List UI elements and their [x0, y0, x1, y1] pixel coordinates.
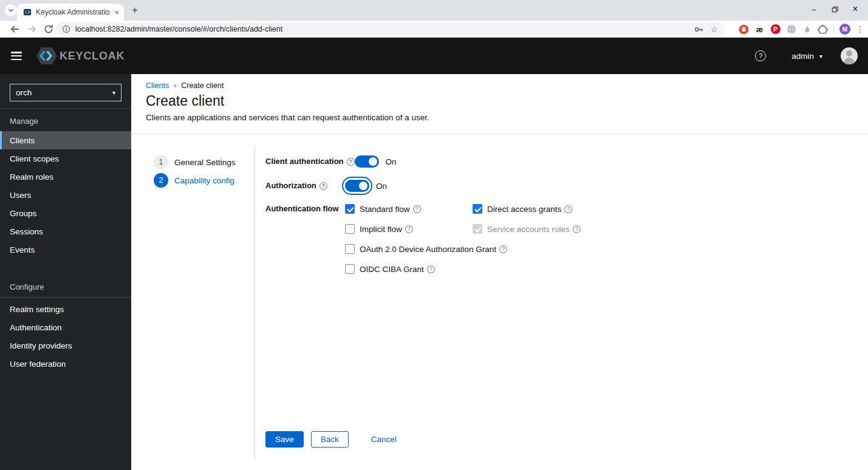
nav-toggle-hamburger-icon[interactable]	[11, 52, 22, 60]
checkbox-implicit-flow[interactable]: Implicit flow?	[345, 223, 473, 235]
checkbox-oauth-2-0-device-authorization-grant[interactable]: OAuth 2.0 Device Authorization Grant?	[345, 243, 581, 255]
page-title: Create client	[146, 93, 224, 109]
realm-name: orch	[16, 88, 112, 97]
forward-icon[interactable]	[27, 24, 38, 35]
browser-toolbar: localhost:8282/admin/master/console/#/or…	[0, 21, 868, 38]
user-menu[interactable]: admin ▾	[791, 52, 822, 61]
authentication-flow-label: Authentication flow	[265, 203, 345, 215]
client-authentication-row: Client authentication ? On	[265, 154, 654, 169]
checkbox-label: Implicit flow	[360, 225, 402, 234]
checkbox-direct-access-grants[interactable]: Direct access grants?	[473, 203, 581, 215]
checkbox-box	[473, 224, 482, 234]
keycloak-logo-icon	[35, 46, 58, 66]
realm-selector[interactable]: orch ▾	[10, 84, 121, 101]
new-tab-button[interactable]: +	[129, 4, 141, 16]
avatar[interactable]	[841, 47, 858, 64]
browser-tab[interactable]: Keycloak Administration Console ×	[17, 4, 124, 21]
tab-close-icon[interactable]: ×	[114, 9, 119, 16]
browser-menu-icon[interactable]: ⋮	[856, 24, 864, 34]
site-info-icon[interactable]	[62, 25, 70, 33]
close-window-button[interactable]: ×	[845, 0, 866, 18]
wizard-step-label: General Settings	[174, 158, 236, 167]
password-key-icon[interactable]	[694, 24, 704, 35]
screen: Keycloak Administration Console × + – × …	[0, 0, 868, 470]
sidebar-item-realm-roles[interactable]: Realm roles	[0, 168, 131, 186]
sidebar-item-groups[interactable]: Groups	[0, 204, 131, 222]
help-icon[interactable]: ?	[573, 225, 581, 233]
cancel-button[interactable]: Cancel	[362, 432, 406, 447]
tab-search-button[interactable]	[5, 4, 17, 16]
extensions-row: æ P M ⋮	[739, 21, 864, 38]
authorization-label: Authorization ?	[265, 180, 345, 192]
ae-extension-icon[interactable]: æ	[754, 24, 765, 35]
sidebar-item-authentication[interactable]: Authentication	[0, 318, 131, 336]
back-icon[interactable]	[9, 24, 20, 35]
help-icon[interactable]: ?	[413, 205, 421, 213]
checkbox-label: Direct access grants	[487, 205, 561, 214]
checkbox-box[interactable]	[473, 204, 482, 214]
globe-extension-icon[interactable]	[786, 24, 796, 35]
breadcrumb-clients-link[interactable]: Clients	[146, 81, 169, 90]
window-controls: – ×	[804, 0, 866, 18]
browser-profile-avatar[interactable]: M	[839, 24, 850, 35]
wizard-step-capability-config[interactable]: 2Capability config	[154, 173, 236, 188]
authentication-flow-label-text: Authentication flow	[265, 203, 339, 215]
help-icon[interactable]: ?	[320, 182, 327, 190]
client-authentication-state: On	[386, 157, 397, 166]
sidebar-item-client-scopes[interactable]: Client scopes	[0, 149, 131, 168]
form-actions: Save Back Cancel	[265, 431, 406, 448]
authentication-flow-row: Authentication flow Standard flow?Direct…	[265, 203, 654, 275]
sidebar-item-realm-settings[interactable]: Realm settings	[0, 300, 131, 318]
page-subtitle: Clients are applications and services th…	[146, 113, 429, 122]
chevron-down-icon	[7, 7, 15, 14]
authentication-flow-options: Standard flow?Direct access grants?Impli…	[345, 203, 581, 275]
bookmark-star-icon[interactable]: ☆	[710, 25, 718, 33]
checkbox-label: OAuth 2.0 Device Authorization Grant	[360, 245, 496, 254]
masthead: KEYCLOAK ? admin ▾	[0, 38, 868, 74]
wizard-step-number: 1	[154, 155, 168, 169]
sidebar-item-clients[interactable]: Clients	[0, 131, 131, 149]
restore-icon	[831, 5, 839, 13]
droplet-extension-icon[interactable]	[802, 24, 812, 35]
nav-section-manage: Manage	[0, 109, 131, 131]
sidebar-item-user-federation[interactable]: User federation	[0, 355, 131, 373]
checkbox-oidc-ciba-grant[interactable]: OIDC CIBA Grant?	[345, 263, 581, 275]
pinterest-extension-icon[interactable]: P	[770, 24, 781, 35]
checkbox-box[interactable]	[345, 204, 355, 214]
client-authentication-toggle[interactable]	[355, 155, 379, 168]
checkbox-label: Service accounts roles	[487, 225, 570, 234]
restore-button[interactable]	[824, 0, 845, 18]
breadcrumb-current: Create client	[181, 81, 224, 90]
checkbox-box[interactable]	[345, 244, 355, 254]
refresh-icon[interactable]	[43, 24, 54, 35]
header-divider	[131, 134, 868, 134]
adblock-extension-icon[interactable]	[739, 24, 749, 35]
checkbox-box[interactable]	[345, 224, 355, 234]
help-icon[interactable]: ?	[499, 245, 507, 253]
back-button[interactable]: Back	[311, 431, 349, 448]
help-icon[interactable]: ?	[755, 50, 766, 61]
help-icon[interactable]: ?	[427, 265, 435, 273]
address-bar[interactable]: localhost:8282/admin/master/console/#/or…	[56, 22, 724, 36]
help-icon[interactable]: ?	[347, 158, 355, 166]
help-icon[interactable]: ?	[405, 225, 413, 233]
keycloak-brand[interactable]: KEYCLOAK	[35, 46, 125, 66]
sidebar-item-users[interactable]: Users	[0, 186, 131, 204]
authorization-toggle[interactable]	[345, 180, 369, 192]
masthead-right: ? admin ▾	[755, 47, 868, 64]
sidebar-item-sessions[interactable]: Sessions	[0, 222, 131, 240]
pinterest-p: P	[773, 26, 777, 33]
save-button[interactable]: Save	[265, 431, 304, 448]
minimize-button[interactable]: –	[804, 0, 824, 18]
help-icon[interactable]: ?	[564, 205, 572, 213]
wizard-step-general-settings[interactable]: 1General Settings	[154, 155, 236, 169]
checkbox-box[interactable]	[345, 264, 355, 274]
wizard-step-number: 2	[154, 173, 168, 188]
sidebar-nav: ManageClientsClient scopesRealm rolesUse…	[0, 109, 131, 373]
checkbox-standard-flow[interactable]: Standard flow?	[345, 203, 473, 215]
breadcrumb: Clients › Create client	[146, 81, 224, 90]
sidebar-item-identity-providers[interactable]: Identity providers	[0, 336, 131, 355]
extensions-puzzle-icon[interactable]	[818, 24, 828, 35]
capability-config-form: Client authentication ? On Authorization…	[265, 154, 654, 284]
sidebar-item-events[interactable]: Events	[0, 240, 131, 259]
